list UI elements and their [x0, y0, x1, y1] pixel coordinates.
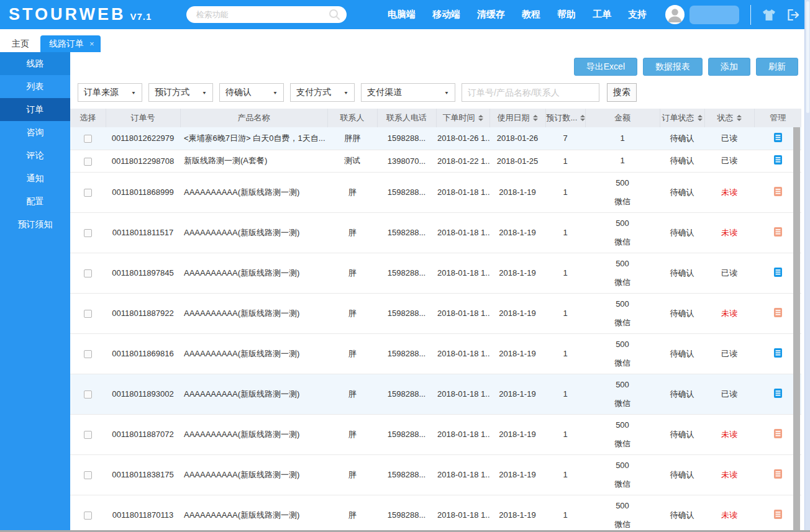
table-scrollbar-thumb[interactable]: [793, 127, 800, 532]
order-detail-icon[interactable]: [773, 428, 783, 439]
contact-phone: 1598288...: [377, 495, 436, 532]
tab-close-icon[interactable]: ×: [89, 40, 94, 48]
amount: 1: [586, 133, 658, 143]
sort-icon[interactable]: [737, 115, 742, 121]
refresh-button[interactable]: 刷新: [756, 58, 798, 76]
topmenu-item-work-order[interactable]: 工单: [593, 9, 611, 20]
contact-name: 胖: [327, 293, 377, 333]
sort-icon[interactable]: [580, 115, 585, 121]
order-detail-icon[interactable]: [773, 155, 783, 165]
filter-pay-channel[interactable]: 支付渠道▼: [361, 83, 455, 102]
chevron-down-icon: ▼: [344, 90, 348, 95]
read-status: 未读: [704, 212, 754, 253]
order-detail-icon[interactable]: [773, 186, 783, 197]
amount-cell: 500微信: [585, 333, 660, 374]
read-status: 未读: [704, 495, 754, 532]
amount: 500: [586, 178, 658, 188]
chevron-down-icon: ▼: [131, 90, 136, 95]
order-detail-icon[interactable]: [773, 132, 783, 143]
topmenu-item-support[interactable]: 支持: [628, 9, 647, 20]
sidebar-item-lines[interactable]: 线路: [0, 52, 70, 75]
booking-qty: 1: [545, 150, 585, 172]
row-checkbox[interactable]: [84, 512, 92, 520]
order-status: 待确认: [660, 253, 704, 293]
top-menu: 电脑端移动端清缓存教程帮助工单支持: [388, 9, 647, 20]
product-name: AAAAAAAAAA(新版线路测一测): [180, 253, 327, 293]
keyword-input[interactable]: [462, 83, 599, 102]
row-checkbox[interactable]: [84, 158, 92, 166]
filter-booking-method[interactable]: 预订方式▼: [148, 83, 213, 102]
sidebar-item-notice[interactable]: 通知: [0, 167, 70, 190]
sidebar-item-inquiry[interactable]: 咨询: [0, 121, 70, 144]
order-detail-icon[interactable]: [773, 227, 783, 237]
filter-pay-method[interactable]: 支付方式▼: [290, 83, 355, 102]
topmenu-item-clear-cache[interactable]: 清缓存: [477, 9, 505, 20]
product-name: AAAAAAAAAA(新版线路测一测): [180, 454, 327, 495]
col-header-10[interactable]: 状态: [704, 109, 754, 127]
order-status: 待确认: [660, 150, 704, 172]
amount: 500: [586, 380, 658, 390]
sidebar-item-booking-notes[interactable]: 预订须知: [0, 213, 70, 236]
page-scrollbar-thumb[interactable]: [806, 1, 809, 113]
col-header-5[interactable]: 下单时间: [436, 109, 489, 127]
order-detail-icon[interactable]: [773, 469, 783, 479]
table-scrollbar[interactable]: [793, 127, 800, 532]
avatar[interactable]: [665, 5, 685, 24]
order-detail-icon[interactable]: [773, 307, 783, 318]
header-divider: [750, 5, 751, 25]
sidebar-item-comments[interactable]: 评论: [0, 144, 70, 167]
contact-name: 测试: [327, 150, 377, 172]
row-checkbox[interactable]: [84, 310, 92, 318]
use-date: 2018-1-19: [489, 454, 545, 495]
order-detail-icon[interactable]: [773, 509, 783, 520]
order-detail-icon[interactable]: [773, 267, 783, 277]
row-checkbox[interactable]: [84, 390, 92, 399]
use-date: 2018-1-19: [489, 333, 545, 374]
sort-icon[interactable]: [698, 115, 703, 121]
tab-line-orders[interactable]: 线路订单 ×: [40, 35, 101, 52]
order-time: 2018-01-18 1...: [436, 495, 489, 532]
topmenu-item-pc[interactable]: 电脑端: [388, 9, 416, 20]
tab-home[interactable]: 主页: [4, 35, 37, 52]
contact-phone: 1598288...: [377, 374, 436, 414]
row-checkbox[interactable]: [84, 229, 92, 237]
row-checkbox[interactable]: [84, 471, 92, 479]
row-checkbox[interactable]: [84, 269, 92, 277]
order-status: 待确认: [660, 454, 704, 495]
amount: 500: [586, 420, 658, 430]
logout-icon[interactable]: [787, 9, 800, 21]
sidebar-item-config[interactable]: 配置: [0, 190, 70, 213]
export-excel-button[interactable]: 导出Excel: [574, 58, 637, 76]
search-button[interactable]: 搜索: [607, 83, 637, 102]
topmenu-item-tutorial[interactable]: 教程: [522, 9, 540, 20]
amount: 500: [586, 340, 658, 349]
global-search-input[interactable]: [194, 9, 329, 20]
page-scrollbar[interactable]: [804, 0, 810, 532]
read-status: 已读: [704, 333, 754, 374]
topmenu-item-help[interactable]: 帮助: [557, 9, 576, 20]
sort-icon[interactable]: [533, 115, 538, 121]
sidebar-item-list[interactable]: 列表: [0, 75, 70, 98]
order-detail-icon[interactable]: [773, 388, 783, 399]
filter-order-source[interactable]: 订单来源▼: [78, 83, 142, 102]
row-checkbox[interactable]: [84, 135, 92, 143]
col-header-9[interactable]: 订单状态: [660, 109, 704, 127]
order-detail-icon[interactable]: [773, 348, 783, 358]
product-name: <柬埔寨6晚7日游> 白天0自费，1天自...: [180, 127, 327, 150]
col-header-7[interactable]: 预订数...: [545, 109, 585, 127]
sort-icon[interactable]: [478, 115, 483, 121]
theme-shirt-icon[interactable]: [762, 9, 776, 21]
filter-confirm-status[interactable]: 待确认▼: [219, 83, 284, 102]
col-header-8: 金额: [585, 109, 660, 127]
row-checkbox[interactable]: [84, 189, 92, 197]
topmenu-item-mobile[interactable]: 移动端: [432, 9, 460, 20]
row-checkbox[interactable]: [84, 350, 92, 358]
sidebar-item-orders[interactable]: 订单: [0, 98, 70, 121]
read-status: 未读: [704, 454, 754, 495]
order-number: 00118011869816: [106, 333, 180, 374]
row-checkbox[interactable]: [84, 431, 92, 439]
data-report-button[interactable]: 数据报表: [643, 58, 703, 76]
col-header-6[interactable]: 使用日期: [489, 109, 545, 127]
product-name: AAAAAAAAAA(新版线路测一测): [180, 333, 327, 374]
add-button[interactable]: 添加: [708, 58, 750, 76]
